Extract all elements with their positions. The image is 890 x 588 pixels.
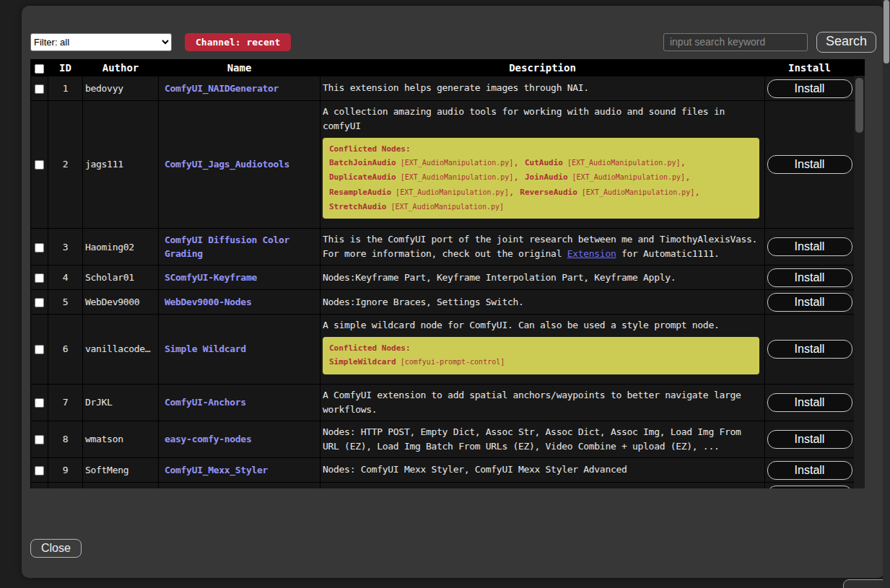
row-description-cell: Nodes:Keyframe Part, Keyframe Interpolat… xyxy=(320,266,765,290)
row-select-cell xyxy=(31,483,48,488)
filter-select[interactable]: Filter: all xyxy=(30,33,172,51)
description-text: Nodes: HTTP POST, Empty Dict, Assoc Str,… xyxy=(323,425,762,454)
row-id: 8 xyxy=(48,421,83,457)
row-select-cell xyxy=(31,228,48,265)
install-button[interactable]: Install xyxy=(767,293,852,312)
close-button[interactable]: Close xyxy=(30,539,82,558)
row-checkbox[interactable] xyxy=(35,435,44,444)
install-button[interactable]: Install xyxy=(767,486,852,488)
row-checkbox[interactable] xyxy=(35,298,44,307)
row-install-cell: Install xyxy=(765,266,855,290)
install-button[interactable]: Install xyxy=(767,237,852,256)
extension-name-link[interactable]: ComfyUI-Anchors xyxy=(165,397,246,408)
row-install-cell: Install xyxy=(765,458,855,483)
conflicted-nodes-warning: Conflicted Nodes:SimpleWildcard [comfyui… xyxy=(323,337,759,374)
header-description: Description xyxy=(320,60,765,76)
table-row: 9SoftMengComfyUI_Mexx_StylerNodes: Comfy… xyxy=(31,458,855,483)
install-button[interactable]: Install xyxy=(767,340,852,359)
row-description-cell: A simple wildcard node for ComfyUI. Can … xyxy=(320,315,765,384)
conflict-extension-name: [EXT_AudioManipulation.py] xyxy=(568,173,686,181)
row-id: 6 xyxy=(48,315,83,384)
row-name-cell: ComfyUI_Jags_Audiotools xyxy=(159,101,320,229)
description-text: A simple wildcard node for ComfyUI. Can … xyxy=(323,318,762,333)
row-install-cell: Install xyxy=(765,315,855,384)
row-checkbox[interactable] xyxy=(35,160,44,170)
row-install-cell: Install xyxy=(765,76,855,101)
row-checkbox[interactable] xyxy=(35,84,44,94)
table-row: 5WebDev9000WebDev9000-NodesNodes:Ignore … xyxy=(31,290,855,315)
install-button[interactable]: Install xyxy=(767,461,852,480)
install-button[interactable]: Install xyxy=(767,393,852,412)
row-checkbox[interactable] xyxy=(35,345,44,354)
table-row: 4Scholar01SComfyUI-KeyframeNodes:Keyfram… xyxy=(31,266,855,290)
row-author: jags111 xyxy=(83,101,159,229)
extension-name-link[interactable]: easy-comfy-nodes xyxy=(165,434,251,444)
conflicted-nodes-warning: Conflicted Nodes:BatchJoinAudio [EXT_Aud… xyxy=(323,138,759,219)
row-author: DrJKL xyxy=(83,384,159,421)
conflict-extension-name: [comfyui-prompt-control] xyxy=(396,358,505,366)
row-checkbox[interactable] xyxy=(35,398,44,408)
extension-name-link[interactable]: SComfyUI-Keyframe xyxy=(165,272,257,283)
table-row: 8wmatsoneasy-comfy-nodesNodes: HTTP POST… xyxy=(31,421,855,457)
row-checkbox[interactable] xyxy=(35,243,44,253)
extension-name-link[interactable]: ComfyUI_Jags_Audiotools xyxy=(165,159,289,170)
conflict-extension-name: [EXT_AudioManipulation.py] xyxy=(577,188,695,196)
row-install-cell: Install xyxy=(765,101,855,229)
table-row: 6vanillacode…Simple WildcardA simple wil… xyxy=(31,315,855,384)
conflicted-nodes-list: SimpleWildcard [comfyui-prompt-control] xyxy=(329,354,753,369)
extension-name-link[interactable]: ComfyUI Diffusion Color Grading xyxy=(165,234,289,260)
install-button[interactable]: Install xyxy=(767,79,852,98)
row-name-cell: SComfyUI-Keyframe xyxy=(159,266,320,290)
description-text: This is the ComfyUI port of the joint re… xyxy=(323,232,762,261)
row-description-cell: Nodes: HTTP POST, Empty Dict, Assoc Str,… xyxy=(320,421,765,457)
row-name-cell: ComfyUI Yolov8 xyxy=(159,483,320,488)
extension-name-link[interactable]: WebDev9000-Nodes xyxy=(165,297,251,307)
conflicted-nodes-title: Conflicted Nodes: xyxy=(329,143,753,155)
page-scrollbar-thumb[interactable] xyxy=(884,0,889,63)
row-id: 3 xyxy=(48,228,83,265)
description-link[interactable]: Extension xyxy=(567,248,616,259)
row-name-cell: Simple Wildcard xyxy=(159,315,320,384)
conflict-extension-name: [EXT_AudioManipulation.py] xyxy=(386,203,504,211)
row-select-cell xyxy=(31,101,48,229)
row-checkbox[interactable] xyxy=(35,273,44,283)
row-install-cell: Install xyxy=(765,228,855,265)
row-name-cell: WebDev9000-Nodes xyxy=(159,290,320,315)
install-custom-nodes-dialog: Filter: all Channel: recent Search ID Au… xyxy=(22,6,885,578)
search-input[interactable] xyxy=(663,33,808,51)
conflict-node-name: JoinAudio xyxy=(525,172,568,182)
header-id: ID xyxy=(48,60,83,76)
search-button[interactable]: Search xyxy=(816,32,876,53)
install-button[interactable]: Install xyxy=(767,155,852,174)
conflict-node-name: ReverseAudio xyxy=(520,188,577,197)
row-author: wmatson xyxy=(83,421,159,457)
row-name-cell: easy-comfy-nodes xyxy=(159,421,320,457)
row-author: Haoming02 xyxy=(83,228,159,265)
description-text: This extension helps generate images thr… xyxy=(323,81,762,95)
install-button[interactable]: Install xyxy=(767,268,852,287)
row-name-cell: ComfyUI_NAIDGenerator xyxy=(159,76,320,101)
table-scrollbar[interactable] xyxy=(854,76,865,488)
row-description-cell: This extension helps generate images thr… xyxy=(320,76,765,101)
table-scrollbar-thumb[interactable] xyxy=(855,78,863,133)
extension-name-link[interactable]: ComfyUI_NAIDGenerator xyxy=(165,83,279,94)
header-select-cell xyxy=(31,60,48,76)
install-button[interactable]: Install xyxy=(767,430,852,449)
extension-name-link[interactable]: Simple Wildcard xyxy=(165,343,246,354)
select-all-checkbox[interactable] xyxy=(35,64,44,74)
table-row: 1bedovyyComfyUI_NAIDGeneratorThis extens… xyxy=(31,76,855,101)
conflict-extension-name: [EXT_AudioManipulation.py] xyxy=(391,188,509,196)
row-name-cell: ComfyUI-Anchors xyxy=(159,384,320,421)
table-header: ID Author Name Description Install xyxy=(31,60,855,76)
table-row: 3Haoming02ComfyUI Diffusion Color Gradin… xyxy=(31,228,855,265)
conflict-extension-name: [EXT_AudioManipulation.py] xyxy=(396,173,514,181)
row-select-cell xyxy=(31,290,48,315)
conflict-node-name: ResampleAudio xyxy=(329,188,391,197)
extension-name-link[interactable]: ComfyUI_Mexx_Styler xyxy=(165,465,268,475)
description-text: Nodes:Keyframe Part, Keyframe Interpolat… xyxy=(323,271,762,285)
header-install: Install xyxy=(765,60,855,76)
row-checkbox[interactable] xyxy=(35,466,44,475)
row-install-cell: Install xyxy=(765,290,855,315)
row-name-cell: ComfyUI_Mexx_Styler xyxy=(159,458,320,483)
page-scrollbar[interactable] xyxy=(883,0,890,588)
